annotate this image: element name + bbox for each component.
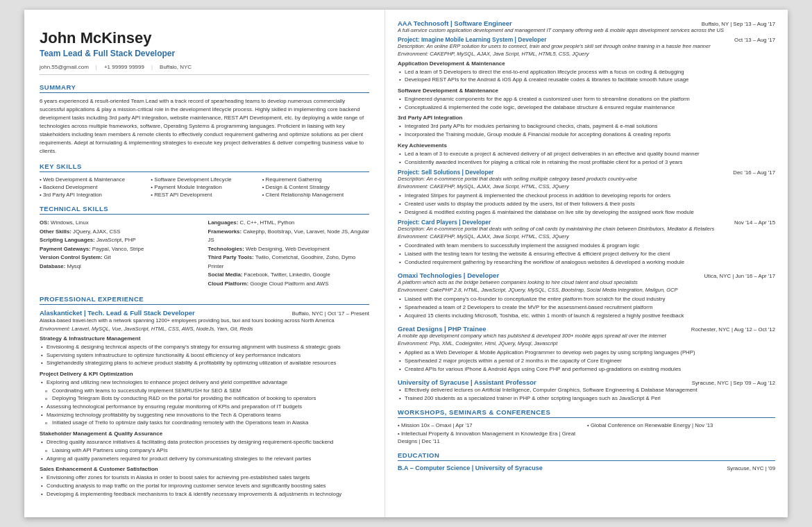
r-company-row: Omaxi Technologies | DeveloperUtica, NYC… bbox=[398, 271, 775, 279]
resume-container: John McKinsey Team Lead & Full Stack Dev… bbox=[24, 10, 788, 518]
exp-header-row: Alaskanticket | Tech. Lead & Full Stack … bbox=[40, 309, 369, 317]
exp-company-name: Alaskanticket | Tech. Lead & Full Stack … bbox=[40, 309, 195, 317]
r-bullet-item: Led a team of 3 to execute a project & a… bbox=[398, 150, 775, 158]
tech-item: Frameworks: Cakephp, Bootstrap, Vue, Lar… bbox=[208, 228, 370, 245]
workshop-item: Intellectual Property & Innovation Manag… bbox=[398, 430, 586, 446]
exp-desc: Alaska-based travel-tech with a network … bbox=[40, 317, 369, 324]
skill-item: Requirement Gathering bbox=[262, 176, 369, 183]
workshop-item: Global Conference on Renewable Energy | … bbox=[587, 421, 775, 430]
r-bullet-item: Effectively delivered lectures on Artifi… bbox=[398, 386, 775, 394]
bullet-item: Initiated usage of Trello to optimize da… bbox=[40, 419, 369, 427]
r-bullet-list: Led a team of 3 to execute a project & a… bbox=[398, 150, 775, 166]
r-bullet-item: Spearheaded 2 major projects within a pe… bbox=[398, 357, 775, 365]
r-bullet-list: Coordinated with team members to success… bbox=[398, 242, 775, 266]
r-bullet-list: Integrated Stripes for payment & impleme… bbox=[398, 192, 775, 216]
r-bullet-item: Led a team of 5 Developers to direct the… bbox=[398, 68, 775, 76]
r-company-row: AAA Technosoft | Software EngineerBuffal… bbox=[398, 19, 775, 27]
r-company-name: University of Syracuse | Assistant Profe… bbox=[398, 378, 536, 386]
r-company-desc: A full-service custom application develo… bbox=[398, 27, 775, 33]
contact-email: john.55@gmail.com bbox=[40, 64, 89, 70]
contact-location: Buffalo, NYC bbox=[160, 64, 192, 70]
tech-item: Scripting Languages: JavaScript, PHP bbox=[40, 236, 201, 244]
contact-phone: +1 99999 99999 bbox=[104, 64, 144, 70]
summary-text: 6 years experienced & result-oriented Te… bbox=[40, 97, 369, 156]
workshops-grid: Mission 10x – Omaxi | Apr '17Intellectua… bbox=[398, 421, 775, 446]
r-exp-block: Great Designs | PHP TraineeRochester, NY… bbox=[398, 325, 775, 373]
r-bullet-item: Created user walls to display the produc… bbox=[398, 200, 775, 208]
bullet-item: Maximizing technology profitability by s… bbox=[40, 411, 369, 419]
r-company-name: AAA Technosoft | Software Engineer bbox=[398, 19, 512, 27]
sub-section-title: Stakeholder Management & Quality Assuran… bbox=[40, 430, 369, 437]
candidate-title: Team Lead & Full Stack Developer bbox=[40, 49, 369, 58]
r-company-name: Great Designs | PHP Trainee bbox=[398, 325, 487, 333]
r-bullet-item: Spearheaded a team of 2 Developers to cr… bbox=[398, 303, 775, 312]
skill-item: Software Development Lifecycle bbox=[151, 176, 257, 183]
left-panel: John McKinsey Team Lead & Full Stack Dev… bbox=[24, 10, 385, 518]
tech-item: Cloud Platform: Google Cloud Platform an… bbox=[208, 280, 370, 288]
r-company-desc: A mobile app development company which h… bbox=[398, 333, 775, 339]
bullet-item: Envisioning & designing technical aspect… bbox=[40, 343, 369, 351]
skill-item: Client Relationship Management bbox=[262, 192, 369, 198]
r-project-desc: Description: An online ERP solution for … bbox=[398, 43, 775, 49]
r-bullet-item: Designed & modified existing pages & mai… bbox=[398, 208, 775, 217]
workshops-title: WORKSHOPS, SEMINARS & CONFERENCES bbox=[398, 408, 775, 418]
key-skills-title: KEY SKILLS bbox=[40, 162, 369, 172]
r-company-date: Rochester, NYC | Aug '12 – Oct '12 bbox=[691, 326, 775, 333]
r-bullet-list: Liaised with the company's co-founder to… bbox=[398, 295, 775, 319]
r-project-date: Dec '16 – Aug '17 bbox=[733, 169, 775, 176]
r-bullet-item: Consistently awarded incentives for play… bbox=[398, 158, 775, 167]
tech-item: Payment Gateways: Paypal, Vanco, Stripe bbox=[40, 245, 201, 253]
r-bullet-item: Applied as a Web Developer & Mobile Appl… bbox=[398, 349, 775, 357]
r-bullet-item: Liaised with the testing team for testin… bbox=[398, 250, 775, 258]
bullet-list: Envisioning & designing technical aspect… bbox=[40, 343, 369, 367]
tech-item: Other Skills: JQuery, AJAX, CSS bbox=[40, 228, 201, 236]
bullet-item: Developing & implementing feedback mecha… bbox=[40, 490, 369, 499]
edu-date: Syracuse, NYC | '09 bbox=[727, 465, 775, 471]
bullet-item: Assessing technological performance by e… bbox=[40, 403, 369, 411]
bullet-list: Directing quality assurance initiatives … bbox=[40, 438, 369, 462]
r-project-row: Project: Sell Solutions | DeveloperDec '… bbox=[398, 169, 775, 176]
skills-grid: Web Development & MaintenanceSoftware De… bbox=[40, 176, 369, 198]
r-bullet-list: Led a team of 5 Developers to direct the… bbox=[398, 68, 775, 84]
r-bullet-item: Acquired 15 clients including Microsoft,… bbox=[398, 312, 775, 320]
bullet-item: Liaising with API Partners using company… bbox=[40, 446, 369, 455]
r-sub-section-title: Key Achievements bbox=[398, 142, 775, 149]
tech-skills-grid: OS: Windows, LinuxOther Skills: JQuery, … bbox=[40, 219, 369, 288]
bullet-item: Directing quality assurance initiatives … bbox=[40, 438, 369, 446]
bullet-list: Exploring and utilizing new technologies… bbox=[40, 378, 369, 427]
r-project-desc: Description: An e-commerce portal that d… bbox=[398, 226, 775, 232]
r-company-desc: A platform which acts as the bridge betw… bbox=[398, 279, 775, 285]
r-company-date: Syracuse, NYC | Sep '09 – Aug '12 bbox=[692, 380, 775, 386]
workshops-col2: Global Conference on Renewable Energy | … bbox=[587, 421, 775, 446]
r-company-row: Great Designs | PHP TraineeRochester, NY… bbox=[398, 325, 775, 333]
r-sub-section-title: 3rd Party API Integration bbox=[398, 115, 775, 121]
r-bullet-item: Conducted requirement gathering by resea… bbox=[398, 258, 775, 267]
bullet-list: Envisioning offer zones for tourists in … bbox=[40, 474, 369, 498]
bullet-item: Supervising system infrastructure to opt… bbox=[40, 351, 369, 360]
skill-item: Web Development & Maintenance bbox=[40, 176, 146, 183]
r-project-name: Project: Card Players | Developer bbox=[398, 219, 491, 226]
r-project-env: Environment: CAKEPHP, MySQL, AJAX, Java … bbox=[398, 183, 775, 190]
edu-row: B.A – Computer Science | University of S… bbox=[398, 465, 775, 471]
sub-section-title: Sales Enhancement & Customer Satisfactio… bbox=[40, 466, 369, 472]
contact-divider-1: | bbox=[96, 64, 97, 70]
skill-item: Design & Content Strategy bbox=[262, 184, 369, 190]
tech-item: Database: Mysql bbox=[40, 262, 201, 271]
workshops-col1: Mission 10x – Omaxi | Apr '17Intellectua… bbox=[398, 421, 586, 446]
exp-env: Environment: Laravel, MySQL, Vue, JavaSc… bbox=[40, 326, 369, 332]
r-project-name: Project: Imagine Mobile Learning System … bbox=[398, 36, 546, 43]
skill-item: Payment Module Integration bbox=[151, 184, 257, 190]
sub-section-title: Project Delivery & KPI Optimization bbox=[40, 371, 369, 377]
skill-item: Backend Development bbox=[40, 184, 146, 190]
r-company-env: Environment: Php, XML, Codeigniter, Html… bbox=[398, 340, 775, 346]
r-bullet-item: Coordinated with team members to success… bbox=[398, 242, 775, 250]
r-company-name: Omaxi Technologies | Developer bbox=[398, 271, 499, 279]
r-company-date: Utica, NYC | Jun '16 – Apr '17 bbox=[704, 273, 775, 279]
r-company-date: Buffalo, NY | Sep '13 – Aug '17 bbox=[702, 21, 775, 27]
bullet-item: Singlehandedly strategizing plans to ach… bbox=[40, 359, 369, 367]
bullet-item: Conducting analysis to map traffic on th… bbox=[40, 482, 369, 490]
r-project-date: Nov '14 – Apr '15 bbox=[734, 219, 775, 226]
sub-section-title: Strategy & Infrastructure Management bbox=[40, 335, 369, 342]
r-sub-section-title: Application Development & Maintenance bbox=[398, 60, 775, 67]
r-bullet-item: Developed REST APIs for the Android & iO… bbox=[398, 76, 775, 84]
